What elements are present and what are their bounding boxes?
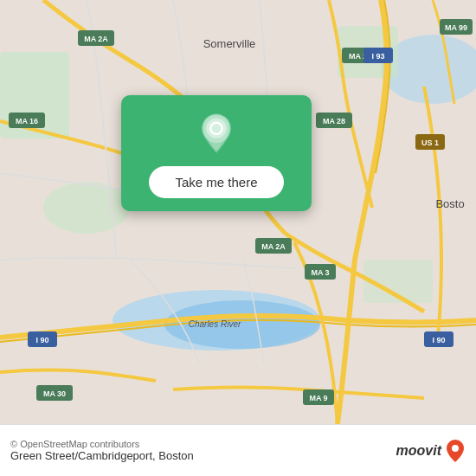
map-container[interactable]: MA 2A MA 2A MA 2A MA 28 MA 28 MA 16 I 90…	[0, 0, 476, 424]
svg-text:MA 3: MA 3	[311, 268, 329, 277]
take-me-there-button[interactable]: Take me there	[149, 166, 283, 198]
pin-icon	[195, 113, 238, 156]
svg-text:I 90: I 90	[432, 336, 445, 344]
svg-text:MA 2A: MA 2A	[261, 242, 286, 251]
svg-text:MA 16: MA 16	[16, 117, 38, 125]
bottom-left: © OpenStreetMap contributors Green Stree…	[10, 439, 194, 462]
svg-text:MA 99: MA 99	[445, 23, 467, 32]
moovit-pin-icon	[445, 439, 466, 463]
svg-text:MA 2A: MA 2A	[84, 35, 108, 43]
svg-text:MA 28: MA 28	[323, 117, 345, 125]
svg-text:I 90: I 90	[35, 336, 48, 344]
map-background: MA 2A MA 2A MA 2A MA 28 MA 28 MA 16 I 90…	[0, 0, 476, 424]
location-card: Take me there	[121, 95, 312, 211]
svg-point-42	[452, 445, 459, 452]
svg-text:MA 30: MA 30	[43, 389, 66, 398]
moovit-text: moovit	[396, 443, 441, 459]
svg-text:MA 9: MA 9	[309, 394, 327, 402]
svg-text:Charles River: Charles River	[189, 319, 241, 329]
svg-text:I 93: I 93	[371, 52, 384, 61]
bottom-bar: © OpenStreetMap contributors Green Stree…	[0, 424, 476, 476]
copyright-text: © OpenStreetMap contributors	[10, 439, 194, 449]
location-label: Green Street/Cambridgeport, Boston	[10, 449, 194, 462]
svg-point-6	[43, 182, 130, 234]
svg-text:US 1: US 1	[421, 138, 439, 147]
moovit-logo: moovit	[396, 439, 466, 463]
svg-text:Somerville: Somerville	[203, 37, 256, 50]
svg-text:Bosto: Bosto	[435, 197, 464, 210]
